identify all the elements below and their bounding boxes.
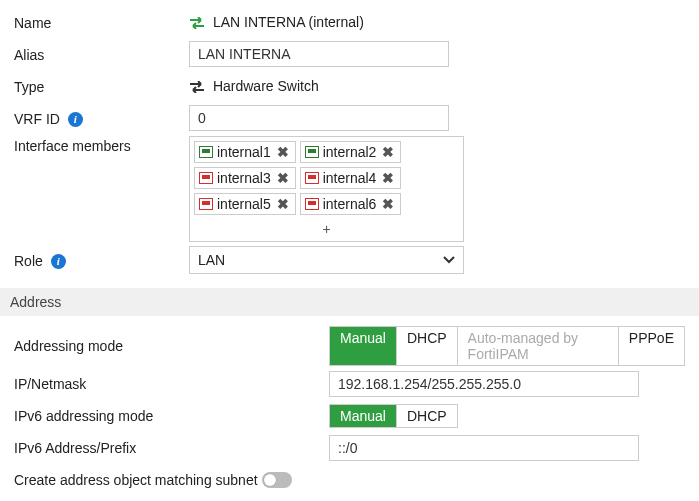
port-icon [305, 146, 319, 158]
remove-icon[interactable]: ✖ [277, 196, 289, 212]
name-value: LAN INTERNA (internal) [189, 14, 685, 30]
remove-icon[interactable]: ✖ [277, 170, 289, 186]
ipv6-address-label: IPv6 Address/Prefix [14, 440, 329, 456]
info-icon[interactable]: i [68, 112, 83, 127]
member-name: internal5 [217, 196, 271, 212]
member-chip[interactable]: internal5✖ [194, 193, 296, 215]
port-icon [199, 198, 213, 210]
alias-label: Alias [14, 45, 189, 63]
addressing-mode-auto: Auto-managed by FortiIPAM [458, 327, 619, 365]
port-icon [199, 146, 213, 158]
member-chip[interactable]: internal6✖ [300, 193, 402, 215]
ipv6-address-input[interactable] [329, 435, 639, 461]
name-text: LAN INTERNA (internal) [213, 14, 364, 30]
switch-icon [189, 17, 205, 29]
member-name: internal3 [217, 170, 271, 186]
type-value: Hardware Switch [189, 78, 685, 94]
caret-down-icon [443, 256, 455, 264]
port-icon [199, 172, 213, 184]
add-member-button[interactable]: + [194, 219, 459, 237]
addressing-mode-dhcp[interactable]: DHCP [397, 327, 458, 365]
members-box[interactable]: internal1✖internal2✖internal3✖internal4✖… [189, 136, 464, 242]
type-label: Type [14, 77, 189, 95]
addressing-mode-label: Addressing mode [14, 338, 329, 354]
member-name: internal1 [217, 144, 271, 160]
port-icon [305, 172, 319, 184]
remove-icon[interactable]: ✖ [382, 196, 394, 212]
member-name: internal2 [323, 144, 377, 160]
ip-netmask-label: IP/Netmask [14, 376, 329, 392]
addressing-mode-manual[interactable]: Manual [330, 327, 397, 365]
remove-icon[interactable]: ✖ [277, 144, 289, 160]
vrf-label: VRF ID [14, 111, 60, 127]
role-label: Role [14, 253, 43, 269]
ipv6-mode-group: Manual DHCP [329, 404, 458, 428]
addressing-mode-group: Manual DHCP Auto-managed by FortiIPAM PP… [329, 326, 685, 366]
member-chip[interactable]: internal1✖ [194, 141, 296, 163]
vrf-input[interactable] [189, 105, 449, 131]
ipv6-mode-dhcp[interactable]: DHCP [397, 405, 457, 427]
member-name: internal4 [323, 170, 377, 186]
remove-icon[interactable]: ✖ [382, 144, 394, 160]
ipv6-mode-manual[interactable]: Manual [330, 405, 397, 427]
alias-input[interactable] [189, 41, 449, 67]
role-select[interactable]: LAN [189, 246, 464, 274]
create-object-toggle[interactable] [262, 472, 292, 488]
type-text: Hardware Switch [213, 78, 319, 94]
hardware-switch-icon [189, 81, 205, 93]
member-name: internal6 [323, 196, 377, 212]
member-chip[interactable]: internal2✖ [300, 141, 402, 163]
addressing-mode-pppoe[interactable]: PPPoE [619, 327, 684, 365]
role-label-wrap: Role i [14, 251, 189, 270]
address-section-header: Address [0, 288, 699, 316]
member-chip[interactable]: internal3✖ [194, 167, 296, 189]
remove-icon[interactable]: ✖ [382, 170, 394, 186]
info-icon[interactable]: i [51, 254, 66, 269]
name-label: Name [14, 13, 189, 31]
member-chip[interactable]: internal4✖ [300, 167, 402, 189]
vrf-label-wrap: VRF ID i [14, 109, 189, 128]
create-object-label: Create address object matching subnet [14, 472, 258, 488]
members-label: Interface members [14, 136, 189, 154]
role-value: LAN [198, 252, 225, 268]
ip-netmask-input[interactable] [329, 371, 639, 397]
port-icon [305, 198, 319, 210]
ipv6-mode-label: IPv6 addressing mode [14, 408, 329, 424]
